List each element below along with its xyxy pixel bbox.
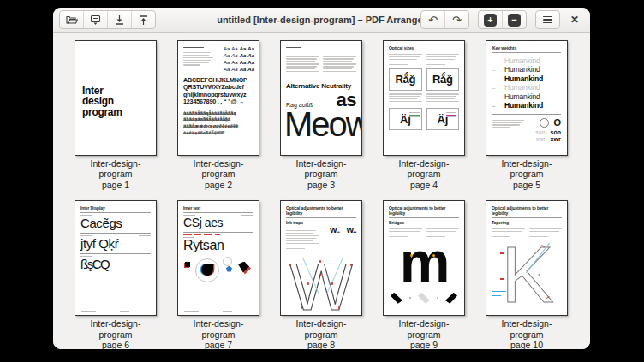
section-header: Key weights [492,45,561,50]
page-thumbnail-9[interactable]: Optical adjustments to better legibility… [383,200,465,316]
section-header: Optical adjustments to better legibility [286,205,356,216]
page-label: Inter-design-programpage 8 [280,318,362,349]
page-footer [184,311,253,312]
sub-header: Tapering [492,220,562,225]
page-thumbnail-7[interactable]: Inter text CSj aes Rytsan [177,200,259,316]
specimen-line-1: Cacẽgs [80,217,151,230]
specimen-line-2: jtyf Qķŕ [80,237,151,251]
desktop-background: untitled [Inter-design-program] – PDF Ar… [0,0,644,362]
w-samples: W.. W.. [322,226,356,250]
cyan-annotation-text [492,290,506,297]
thumbnail-cell: Key weights –Humankind –Humankind –Human… [486,40,568,190]
black-terminal-flipped [445,293,457,304]
close-button[interactable]: ✕ [565,14,584,26]
thumbnail-cell: Optical sizes Rǻǧ Rǻǧ [383,40,465,190]
page-label: Inter-design-programpage 7 [177,318,259,349]
accents-specimen: àáâãäåāăąǻàáâãäåāăą ǎȁȃȧạảấầẩẫậắằẳẵặà äâ… [183,110,253,136]
alphabet-specimen: ABCDEFGHIJKLMNOP QRSTUVWXYZabcdef ghijkl… [183,77,253,104]
thumbnail-cell: Optical adjustments to better legibility… [486,200,568,349]
header-bar: untitled [Inter-design-program] – PDF Ar… [53,8,590,33]
meow-sample: Meow [284,110,361,139]
body-text [286,226,319,250]
thumbnail-cell: Inter text CSj aes Rytsan [177,200,259,349]
menu-button[interactable] [536,11,559,28]
page-thumbnail-5[interactable]: Key weights –Humankind –Humankind –Human… [486,40,568,156]
specimen-line-1: CSj aes [183,217,253,229]
thumbnail-cell: Alternative Neutrality Rag aoßß as Meow … [280,40,362,190]
page-footer [184,151,253,151]
small-circle [223,257,232,266]
page-thumbnail-4[interactable]: Optical sizes Rǻǧ Rǻǧ [383,40,465,156]
svg-text:W: W [289,250,353,316]
page-thumbnail-6[interactable]: Inter Display Cacẽgs jtyf Qķŕ ßşCQ [75,200,157,316]
menu-button-wrap [535,10,560,29]
import-arrow-icon [114,15,125,26]
undo-icon: ↶ [428,15,438,26]
page-label: Inter-design-programpage 4 [383,158,465,190]
sub-header: Bridges [389,220,459,225]
specimen-line-3: ßşCQ [80,258,151,271]
glyph-box-text: Rǻǧ [426,68,460,91]
export-button[interactable] [131,11,155,28]
big-m-diagram: m [384,240,464,284]
page-label: Inter-design-programpage 3 [280,158,362,190]
red-marker [500,278,504,279]
page-footer [81,311,150,312]
thumbnail-grid: Inter design program Inter-design-progra… [53,33,590,349]
zoom-in-button[interactable]: + [479,11,502,28]
thumbnail-cell: Inter Display Cacẽgs jtyf Qķŕ ßşCQ Inter… [75,200,157,349]
sub-header: Ink traps [286,220,356,225]
square-detail [185,262,190,267]
save-icon [90,15,101,26]
specimen-line-2: Rytsan [183,239,253,253]
page-label: Inter-design-programpage 9 [383,318,465,349]
glyph-box-display: Rǻǧ [389,68,422,91]
section-header: Inter Display [80,205,151,211]
caption-text [492,118,524,142]
weight-samples: AaAaAaAa AaAaAaAa AaAaAaAa AaAaAaAa [217,45,254,73]
redo-icon: ↷ [452,15,462,26]
section-header: Optical sizes [389,45,459,50]
page-label: Inter-design-programpage 5 [486,158,568,190]
blue-pentagon [226,266,232,272]
open-button[interactable] [60,11,83,28]
magenta-annotation [446,111,456,119]
section-header: Optical adjustments to better legibility [389,205,459,216]
outlined-k-diagram: K [488,234,567,308]
redo-button[interactable]: ↷ [444,11,468,28]
outline-o-glyph [540,118,549,128]
page-thumbnail-2[interactable]: AaAaAaAa AaAaAaAa AaAaAaAa AaAaAaAa ABCD… [177,40,259,156]
page-label: Inter-design-programpage 2 [177,158,259,190]
save-button[interactable] [83,11,107,28]
zoom-out-button[interactable]: − [502,11,526,28]
page-thumbnail-3[interactable]: Alternative Neutrality Rag aoßß as Meow [280,40,362,156]
terminal-details [391,292,457,304]
export-arrow-icon [138,15,149,26]
cover-title: Inter design program [82,86,156,117]
zoom-button-group: + − [478,10,527,29]
app-window: untitled [Inter-design-program] – PDF Ar… [53,8,590,349]
page-footer [390,151,458,151]
page-thumbnail-10[interactable]: Optical adjustments to better legibility… [486,200,568,316]
gray-terminal [418,293,430,304]
weight-rows: –Humankind –Humankind –Humankind –Humank… [492,56,561,110]
body-text-columns [281,50,361,76]
page-thumbnail-8[interactable]: Optical adjustments to better legibility… [280,200,362,316]
page-label: Inter-design-programpage 10 [486,318,568,349]
red-marker [500,252,504,253]
thumbnail-cell: Optical adjustments to better legibility… [280,200,362,349]
black-terminal [391,293,402,304]
hamburger-menu-icon [543,16,552,24]
import-button[interactable] [107,11,131,28]
o-samples: O sonxwr sonxwr [528,118,561,142]
green-annotation [409,111,420,119]
undo-redo-group: ↶ ↷ [420,10,469,29]
glyph-box-aj-display: Äj [389,108,422,130]
page-footer [81,151,150,151]
folder-open-icon [66,15,78,25]
zoom-in-icon: + [484,14,497,27]
ink-blob [201,264,213,276]
page-thumbnail-1[interactable]: Inter design program [75,40,157,156]
thumbnail-cell: Optical adjustments to better legibility… [383,200,465,349]
undo-button[interactable]: ↶ [421,11,444,28]
